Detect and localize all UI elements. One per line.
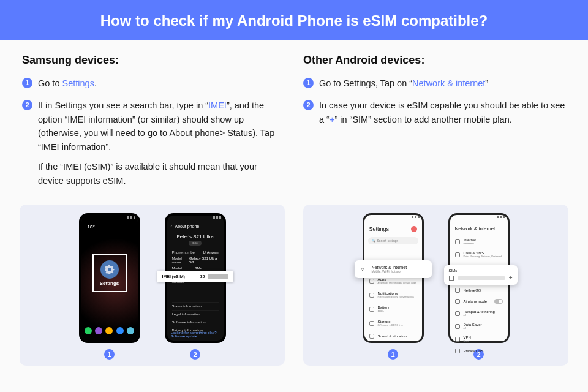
settings-label: Settings (100, 281, 119, 286)
wifi-icon: ᯤ (361, 266, 367, 273)
sim-icon (449, 276, 454, 281)
hero-title: How to check if my Android Phone is eSIM… (100, 12, 488, 29)
other-heading: Other Android devices: (303, 54, 566, 67)
network-internet-callout: ᯤ Network & internet Mobile, Wi-Fi, hots… (355, 260, 432, 278)
samsung-column: Samsung devices: Go to Settings. If in S… (22, 54, 285, 196)
instructions-columns: Samsung devices: Go to Settings. If in S… (0, 40, 588, 196)
avatar-icon (411, 226, 417, 232)
shot-badge: 1 (388, 349, 398, 360)
samsung-shot-1: 18° Settings 1 (79, 213, 140, 360)
sims-callout: SIMs + (444, 265, 518, 285)
samsung-step-1: Go to Settings. (22, 77, 285, 90)
screenshot-row: 18° Settings 1 ‹About phone Peter's S21 … (0, 205, 588, 366)
samsung-steps: Go to Settings. If in Settings you see a… (22, 77, 285, 187)
phone-samsung-home: 18° Settings (79, 213, 140, 343)
other-shot-1: Settings 🔍Search settings ᯤ Network & in… (363, 213, 424, 360)
weather-widget: 18° (88, 224, 95, 230)
gear-icon (100, 260, 119, 279)
plus-icon: + (509, 274, 513, 281)
phone-about: ‹About phone Peter's S21 Ultra Edit Phon… (165, 213, 226, 343)
redacted-mask (208, 274, 228, 279)
imei-link[interactable]: IMEI (208, 100, 227, 110)
samsung-heading: Samsung devices: (22, 54, 285, 67)
redacted-mask (458, 276, 505, 280)
settings-icon-highlight: Settings (92, 254, 127, 292)
device-name: Peter's S21 Ultra (167, 234, 224, 239)
other-step-1: Go to Settings, Tap on “Network & intern… (303, 77, 566, 90)
samsung-screens: 18° Settings 1 ‹About phone Peter's S21 … (20, 205, 285, 366)
shot-badge: 2 (190, 349, 200, 360)
back-icon: ‹ (171, 223, 173, 229)
search-settings: 🔍Search settings (368, 237, 418, 244)
other-column: Other Android devices: Go to Settings, T… (303, 54, 566, 196)
other-screens: Settings 🔍Search settings ᯤ Network & in… (303, 205, 568, 366)
shot-badge: 1 (104, 349, 115, 360)
toggle-icon (494, 299, 503, 304)
dock (81, 325, 138, 337)
other-shot-2: Network & internet InternetNetfreeGO Cal… (448, 213, 510, 360)
other-step-2: In case your device is eSIM capable you … (303, 99, 566, 126)
settings-link[interactable]: Settings (62, 78, 94, 88)
phone-android-settings: Settings 🔍Search settings ᯤ Network & in… (363, 213, 424, 343)
network-internet-link[interactable]: Network & internet (412, 78, 485, 88)
edit-pill: Edit (189, 241, 202, 246)
hero-banner: How to check if my Android Phone is eSIM… (0, 0, 588, 40)
other-steps: Go to Settings, Tap on “Network & intern… (303, 77, 566, 126)
imei-callout: IMEI (eSIM) 35 (157, 271, 233, 282)
samsung-step-2-more: If the “IMEI (eSIM)” is available it sho… (38, 160, 285, 187)
samsung-step-2: If in Settings you see a search bar, typ… (22, 99, 285, 187)
samsung-shot-2: ‹About phone Peter's S21 Ultra Edit Phon… (165, 213, 226, 360)
phone-network-internet: Network & internet InternetNetfreeGO Cal… (448, 213, 510, 343)
